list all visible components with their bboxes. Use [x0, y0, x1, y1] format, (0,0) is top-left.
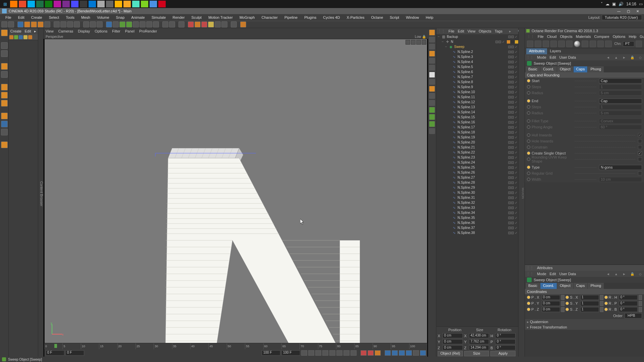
enable-check-icon[interactable]: ✓ — [515, 131, 518, 134]
generator2-icon[interactable] — [126, 21, 132, 27]
tray-clock[interactable]: 14:16 — [626, 2, 636, 6]
param-anim-ring-icon[interactable] — [527, 79, 530, 82]
menu-window[interactable]: Window — [402, 15, 422, 20]
tool-icon[interactable] — [195, 21, 201, 27]
viewport-menu-filter[interactable]: Filter — [112, 29, 120, 33]
object-row-n-spline-30[interactable]: ∿N.Spline.30✓ — [436, 190, 518, 195]
scale-field[interactable]: 1 — [580, 301, 599, 306]
taskbar-app-icon[interactable] — [19, 1, 26, 7]
visibility-top-icon[interactable] — [508, 232, 511, 234]
param-anim-ring-icon[interactable] — [566, 296, 569, 299]
om-menu-view[interactable]: View — [468, 29, 476, 33]
enable-check-icon[interactable]: ✓ — [515, 106, 518, 109]
palette-chevron-icon[interactable]: ▸ — [34, 29, 36, 34]
enable-check-icon[interactable]: ✓ — [515, 221, 518, 225]
environment-icon[interactable] — [140, 21, 146, 27]
visibility-render-icon[interactable] — [511, 151, 514, 154]
taskbar-app-icon[interactable] — [97, 1, 105, 7]
enable-check-icon[interactable]: ✓ — [515, 101, 518, 104]
midtool-icon[interactable] — [429, 65, 435, 71]
visibility-render-icon[interactable] — [511, 56, 514, 58]
visibility-render-icon[interactable] — [511, 161, 514, 164]
enable-check-icon[interactable]: ✓ — [515, 216, 518, 220]
visibility-render-icon[interactable] — [498, 41, 501, 43]
object-row-n-spline-4[interactable]: ∿N.Spline.4✓ — [436, 59, 518, 64]
visibility-top-icon[interactable] — [508, 86, 511, 88]
tool-edges-icon[interactable] — [1, 92, 8, 99]
subtab-object[interactable]: Object — [557, 66, 573, 72]
tool-icon[interactable] — [44, 21, 50, 27]
taskbar-app-icon[interactable] — [45, 1, 52, 7]
visibility-render-icon[interactable] — [511, 196, 514, 199]
tool-polygons-icon[interactable] — [1, 100, 8, 107]
object-row-n-spline-15[interactable]: ∿N.Spline.15✓ — [436, 115, 518, 120]
param-anim-ring-icon[interactable] — [527, 172, 530, 175]
object-row-n-spline-28[interactable]: ∿N.Spline.28✓ — [436, 180, 518, 185]
menu-mograph[interactable]: MoGraph — [236, 15, 258, 20]
tab-attributes[interactable]: Attributes — [526, 48, 547, 54]
visibility-top-icon[interactable] — [508, 212, 511, 214]
palette-icon[interactable] — [19, 35, 23, 39]
rot-key-icon[interactable] — [399, 350, 405, 356]
midtool-icon[interactable] — [429, 121, 435, 127]
attr-userdata[interactable]: User Data — [559, 272, 576, 276]
menu-select[interactable]: Select — [46, 15, 63, 20]
nav-up-icon[interactable]: ▲ — [614, 272, 619, 276]
subtab-basic[interactable]: Basic — [526, 283, 540, 289]
menu-script[interactable]: Script — [386, 15, 402, 20]
visibility-top-icon[interactable] — [508, 101, 511, 104]
octane-menu-help[interactable]: Help — [629, 35, 637, 39]
frame-start-field[interactable]: 0 F — [46, 350, 64, 356]
taskbar-start-icon[interactable]: ⊞ — [1, 1, 9, 7]
object-row-n-spline-29[interactable]: ∿N.Spline.29✓ — [436, 185, 518, 190]
window-close-button[interactable]: ✕ — [633, 8, 642, 14]
menu-x-particles[interactable]: X-Particles — [343, 15, 368, 20]
axis-y-icon[interactable] — [60, 21, 66, 27]
object-row-n-spline-21[interactable]: ∿N.Spline.21✓ — [436, 145, 518, 150]
param-dropdown[interactable]: N-gons — [599, 165, 642, 170]
rotate-tool-icon[interactable] — [38, 21, 44, 27]
param-anim-ring-icon[interactable] — [527, 308, 530, 311]
param-anim-ring-icon[interactable] — [527, 166, 530, 169]
object-row-n-spline-27[interactable]: ∿N.Spline.27✓ — [436, 175, 518, 180]
viewport-menu-options[interactable]: Options — [95, 29, 107, 33]
spinner-icon[interactable] — [639, 301, 642, 306]
object-row-sweep[interactable]: −◉Sweep✓ — [436, 44, 518, 49]
render-region-icon[interactable] — [90, 21, 96, 27]
param-anim-ring-icon[interactable] — [604, 302, 608, 305]
taskbar-app-icon[interactable] — [80, 1, 87, 7]
param-anim-ring-icon[interactable] — [527, 119, 530, 123]
redo-icon[interactable] — [8, 21, 14, 27]
visibility-top-icon[interactable] — [508, 106, 511, 109]
tool-make-editable-icon[interactable] — [1, 42, 8, 49]
param-anim-ring-icon[interactable] — [527, 158, 530, 161]
object-row-n[interactable]: −✛N✓ — [436, 39, 518, 44]
taskbar-app-icon[interactable] — [28, 1, 35, 7]
octane-chn-dropdown[interactable]: PT — [623, 41, 634, 47]
coord-position-field[interactable]: 0 cm — [442, 333, 463, 338]
visibility-top-icon[interactable] — [508, 76, 511, 78]
layout-dropdown[interactable]: Tutorials R20 (User) — [602, 15, 642, 20]
visibility-top-icon[interactable] — [508, 111, 511, 114]
tool-icon[interactable] — [221, 21, 227, 27]
tool-icon[interactable] — [178, 21, 184, 27]
visibility-render-icon[interactable] — [511, 116, 514, 119]
taskbar-app-icon[interactable] — [89, 1, 96, 7]
param-anim-ring-icon[interactable] — [604, 296, 608, 299]
content-browser-tab[interactable]: Content Browser — [38, 28, 44, 357]
visibility-top-icon[interactable] — [508, 141, 511, 144]
visibility-top-icon[interactable] — [508, 121, 511, 124]
visibility-top-icon[interactable] — [495, 41, 498, 43]
subtab-caps[interactable]: Caps — [574, 283, 588, 289]
nav-lock-icon[interactable]: 🔒 — [630, 272, 635, 276]
visibility-render-icon[interactable] — [511, 201, 514, 204]
visibility-top-icon[interactable] — [508, 217, 511, 219]
tool-texture-icon[interactable] — [1, 63, 8, 70]
object-row-n-spline-8[interactable]: ∿N.Spline.8✓ — [436, 79, 518, 84]
enable-check-icon[interactable]: ✓ — [515, 156, 518, 159]
viewport-nav-icon[interactable] — [411, 40, 416, 45]
visibility-render-icon[interactable] — [511, 146, 514, 149]
coord-size-field[interactable]: 42.438 cm — [469, 333, 489, 338]
rotation-field[interactable]: 0 ° — [619, 307, 638, 312]
enable-check-icon[interactable]: ✓ — [515, 90, 518, 94]
